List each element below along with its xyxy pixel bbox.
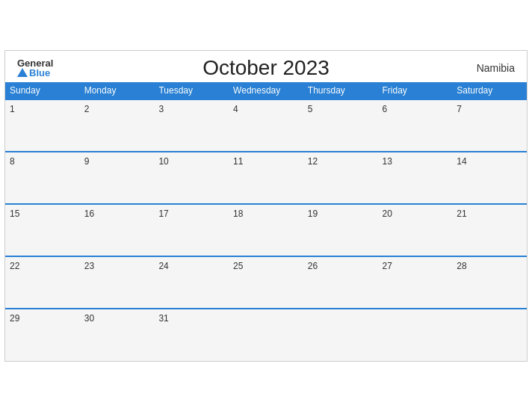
day-number: 18 [233, 208, 243, 219]
day-number: 31 [158, 313, 168, 324]
day-number: 16 [84, 208, 94, 219]
weekday-header-friday: Friday [378, 82, 453, 99]
calendar-cell: 16 [80, 204, 155, 256]
day-number: 8 [10, 156, 15, 167]
calendar-cell: 9 [80, 152, 155, 204]
calendar-cell: 31 [154, 309, 229, 361]
calendar-cell: 18 [229, 204, 303, 256]
calendar-cell [378, 309, 453, 361]
day-number: 15 [10, 208, 19, 219]
calendar-cell: 17 [154, 204, 229, 256]
day-number: 10 [158, 156, 168, 167]
logo-triangle-icon [17, 68, 28, 77]
calendar-cell: 24 [154, 256, 229, 309]
weekday-header-thursday: Thursday [303, 82, 378, 99]
day-number: 4 [233, 104, 238, 114]
day-number: 3 [158, 104, 164, 114]
day-number: 1 [10, 104, 15, 114]
week-row-4: 22232425262728 [5, 256, 527, 309]
calendar-cell: 19 [303, 204, 378, 256]
calendar-grid: SundayMondayTuesdayWednesdayThursdayFrid… [5, 82, 527, 361]
day-number: 6 [383, 104, 388, 114]
weekday-header-monday: Monday [80, 82, 155, 99]
calendar-cell: 12 [303, 152, 378, 204]
day-number: 28 [457, 261, 466, 271]
calendar-cell [229, 309, 303, 361]
day-number: 20 [383, 208, 392, 219]
weekday-header-saturday: Saturday [452, 82, 527, 99]
week-row-5: 293031 [5, 309, 527, 361]
day-number: 29 [10, 313, 19, 324]
logo-general-text: General [17, 58, 53, 68]
calendar-cell: 27 [378, 256, 453, 309]
calendar-cell: 15 [5, 204, 80, 256]
calendar-cell: 20 [378, 204, 453, 256]
calendar-cell: 29 [5, 309, 80, 361]
calendar-cell: 13 [378, 152, 453, 204]
weekday-header-sunday: Sunday [5, 82, 80, 99]
calendar-container: General Blue October 2023 Namibia Sunday… [4, 50, 528, 362]
week-row-2: 891011121314 [5, 152, 527, 204]
calendar-cell: 10 [154, 152, 229, 204]
calendar-cell: 28 [452, 256, 527, 309]
day-number: 7 [457, 104, 462, 114]
day-number: 2 [84, 104, 90, 114]
day-number: 22 [10, 261, 19, 271]
day-number: 11 [233, 156, 243, 167]
calendar-cell: 4 [229, 99, 303, 152]
calendar-cell: 23 [80, 256, 155, 309]
calendar-cell: 7 [452, 99, 527, 152]
country-label: Namibia [477, 62, 515, 74]
calendar-cell: 1 [5, 99, 80, 152]
week-row-3: 15161718192021 [5, 204, 527, 256]
calendar-cell: 22 [5, 256, 80, 309]
day-number: 25 [233, 261, 243, 271]
calendar-cell [452, 309, 527, 361]
day-number: 27 [383, 261, 392, 271]
logo: General Blue [17, 58, 53, 78]
day-number: 24 [158, 261, 168, 271]
day-number: 13 [383, 156, 392, 167]
day-number: 30 [84, 313, 94, 324]
day-number: 23 [84, 261, 94, 271]
day-number: 14 [457, 156, 466, 167]
calendar-cell: 26 [303, 256, 378, 309]
month-title: October 2023 [202, 56, 330, 80]
weekday-header-tuesday: Tuesday [154, 82, 229, 99]
calendar-cell: 30 [80, 309, 155, 361]
weekday-header-row: SundayMondayTuesdayWednesdayThursdayFrid… [5, 82, 527, 99]
calendar-cell: 5 [303, 99, 378, 152]
week-row-1: 1234567 [5, 99, 527, 152]
calendar-cell: 6 [378, 99, 453, 152]
calendar-cell: 14 [452, 152, 527, 204]
day-number: 21 [457, 208, 466, 219]
day-number: 9 [84, 156, 90, 167]
calendar-cell [303, 309, 378, 361]
calendar-cell: 3 [154, 99, 229, 152]
logo-blue-text: Blue [17, 68, 50, 78]
calendar-cell: 11 [229, 152, 303, 204]
day-number: 5 [308, 104, 313, 114]
day-number: 26 [308, 261, 318, 271]
calendar-cell: 21 [452, 204, 527, 256]
day-number: 17 [158, 208, 168, 219]
calendar-cell: 25 [229, 256, 303, 309]
calendar-header: General Blue October 2023 Namibia [5, 51, 527, 82]
weekday-header-wednesday: Wednesday [229, 82, 303, 99]
day-number: 19 [308, 208, 318, 219]
calendar-cell: 2 [80, 99, 155, 152]
day-number: 12 [308, 156, 318, 167]
calendar-cell: 8 [5, 152, 80, 204]
